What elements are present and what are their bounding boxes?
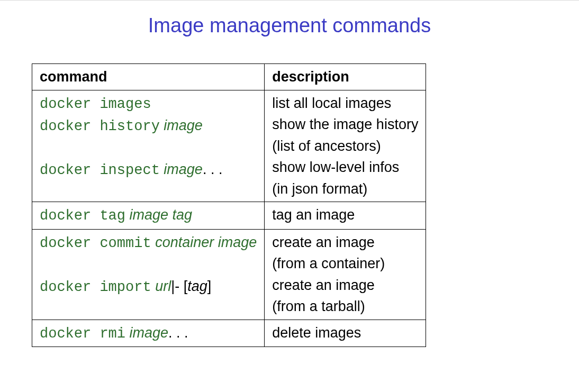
command-cell: docker rmi image. . . [32,320,265,347]
description-text: show the image history (list of ancestor… [272,114,418,157]
command-text: docker import [40,279,151,295]
table-row: docker images docker history image docke… [32,90,426,202]
description-text: show low-level infos (in json format) [272,157,418,199]
command-text: docker inspect [40,162,160,178]
slide: Image management commands command descri… [0,0,579,392]
command-extra: [ [179,278,187,294]
description-cell: delete images [265,320,426,347]
command-text: docker rmi [40,326,125,342]
description-text: delete images [272,325,361,341]
command-cell: docker images docker history image docke… [32,90,265,202]
table-header-row: command description [32,64,426,90]
slide-title: Image management commands [32,14,547,37]
command-extra: |- [171,278,179,294]
command-arg: image [160,117,203,133]
command-arg: image [160,161,203,177]
description-cell: list all local images show the image his… [265,90,426,202]
description-text: list all local images [272,93,418,114]
description-cell: tag an image [265,202,426,230]
command-text: docker images [40,96,151,112]
description-cell: create an image (from a container) creat… [265,229,426,320]
description-text: create an image (from a tarball) [272,275,418,317]
command-arg: tag [187,278,207,294]
table-row: docker tag image tag tag an image [32,202,426,230]
command-cell: docker commit container image docker imp… [32,229,265,320]
command-text: docker tag [40,208,125,224]
commands-table: command description docker images docker… [32,63,426,347]
description-text: create an image (from a container) [272,232,418,275]
command-arg: container image [151,234,257,250]
table-row: docker rmi image. . . delete images [32,320,426,347]
command-arg: image [125,325,168,341]
command-trail: . . . [168,325,188,341]
header-description: description [265,64,426,90]
table-row: docker commit container image docker imp… [32,229,426,320]
command-text: docker commit [40,235,151,251]
command-cell: docker tag image tag [32,202,265,230]
description-text: tag an image [272,207,355,223]
header-command: command [32,64,265,90]
command-text: docker history [40,118,160,134]
command-arg: image tag [125,207,192,223]
command-trail: . . . [203,161,223,177]
command-arg: url [151,278,171,294]
command-extra: ] [207,278,212,294]
